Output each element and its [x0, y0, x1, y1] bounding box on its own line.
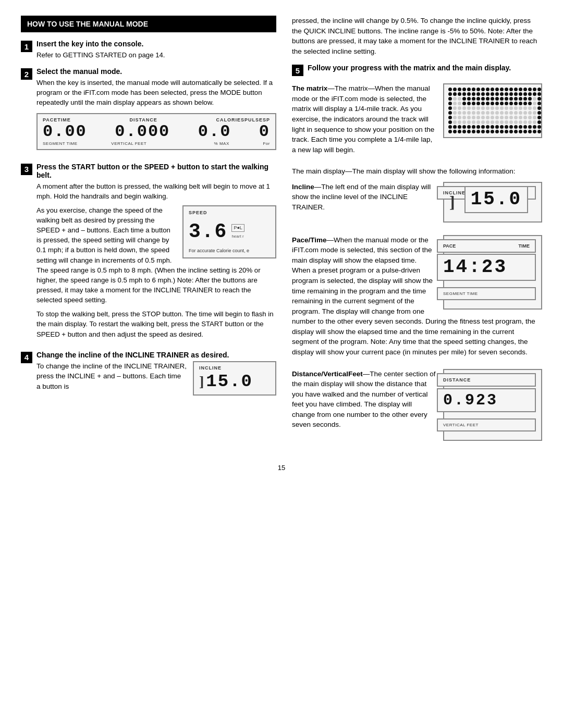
matrix-dot	[491, 125, 494, 129]
matrix-dot	[509, 106, 513, 110]
matrix-dot	[476, 111, 480, 115]
step-4-body: INCLINE ] 15.0 To change the incline of …	[36, 361, 276, 400]
matrix-dot	[500, 106, 504, 110]
matrix-dot	[537, 88, 541, 91]
matrix-dot	[462, 116, 466, 119]
matrix-dot	[533, 116, 536, 119]
matrix-dot	[486, 92, 489, 96]
matrix-dot	[505, 92, 508, 96]
matrix-dot	[505, 111, 508, 115]
matrix-dot	[467, 116, 471, 119]
matrix-dot	[481, 106, 485, 110]
section-header: HOW TO USE THE MANUAL MODE	[21, 16, 276, 32]
distance-section-title: Distance/Vertical	[292, 370, 348, 378]
matrix-dot	[486, 88, 489, 91]
matrix-dot	[476, 92, 480, 96]
matrix-dot	[486, 97, 489, 101]
matrix-dot	[509, 116, 513, 119]
incline-display-left: INCLINE ] 15.0	[193, 361, 276, 396]
matrix-dot	[448, 106, 452, 110]
time-label: TIME	[519, 243, 530, 249]
matrix-dot	[472, 92, 475, 96]
matrix-dot	[519, 102, 522, 105]
matrix-dot	[467, 102, 471, 105]
matrix-dot	[462, 111, 466, 115]
matrix-dot	[481, 88, 485, 91]
matrix-dot	[537, 120, 541, 124]
step-2: 2 Select the manual mode. When the key i…	[21, 67, 276, 155]
matrix-dot	[486, 106, 489, 110]
matrix-dot	[472, 97, 475, 101]
matrix-dot	[523, 88, 527, 91]
vertical-feet-label: VERTICAL FEET	[437, 418, 536, 431]
step-5: 5 Follow your progress with the matrix a…	[292, 64, 542, 76]
matrix-title: The matrix	[292, 84, 327, 92]
matrix-dot	[453, 97, 457, 101]
matrix-dot	[458, 116, 461, 119]
matrix-dot	[462, 125, 466, 129]
matrix-dot	[523, 92, 527, 96]
matrix-dot	[462, 130, 466, 133]
matrix-dot	[476, 88, 480, 91]
matrix-dot	[453, 120, 457, 124]
matrix-dot	[458, 106, 461, 110]
matrix-dot	[448, 111, 452, 115]
matrix-dot	[458, 97, 461, 101]
step-2-body: When the key is inserted, the manual mod…	[36, 78, 276, 107]
matrix-dot	[495, 111, 499, 115]
step-3-content: Press the START button or the SPEED + bu…	[36, 163, 276, 343]
matrix-dot	[476, 125, 480, 129]
pace-section: PACE TIME 14:23 SEGMENT TIME Pace/Time—W…	[292, 235, 542, 362]
step-3-title: Press the START button or the SPEED + bu…	[36, 163, 276, 179]
matrix-dot	[505, 116, 508, 119]
matrix-dot	[533, 125, 536, 129]
matrix-dot	[481, 130, 485, 133]
matrix-dot	[509, 111, 513, 115]
matrix-dot	[472, 116, 475, 119]
matrix-dot	[453, 111, 457, 115]
matrix-dot	[533, 120, 536, 124]
matrix-dot	[500, 125, 504, 129]
matrix-dot	[537, 102, 541, 105]
matrix-dot	[505, 102, 508, 105]
matrix-dot	[514, 125, 518, 129]
matrix-dot	[514, 106, 518, 110]
matrix-dot	[453, 116, 457, 119]
distance-value: 0.923	[437, 388, 536, 412]
incline-bracket-left: ]	[199, 373, 204, 390]
step-2-title: Select the manual mode.	[36, 67, 276, 76]
speed-label: SPEED	[189, 209, 270, 216]
matrix-dot	[491, 92, 494, 96]
matrix-dot	[453, 106, 457, 110]
matrix-dot	[472, 120, 475, 124]
matrix-dot	[514, 88, 518, 91]
matrix-dot	[458, 125, 461, 129]
matrix-dot	[514, 116, 518, 119]
matrix-dot	[519, 125, 522, 129]
matrix-dot	[500, 97, 504, 101]
matrix-dot	[486, 102, 489, 105]
matrix-dot	[486, 120, 489, 124]
matrix-dot	[448, 88, 452, 91]
matrix-dot	[467, 120, 471, 124]
matrix-dot	[458, 88, 461, 91]
lcd-calories: 0	[259, 124, 270, 140]
step-1: 1 Insert the key into the console. Refer…	[21, 40, 276, 60]
matrix-dot	[523, 125, 527, 129]
matrix-dot	[528, 88, 532, 91]
step-4-number: 4	[21, 352, 32, 363]
matrix-dot	[448, 102, 452, 105]
matrix-dot	[472, 111, 475, 115]
matrix-dot	[476, 120, 480, 124]
step-1-number: 1	[21, 41, 32, 52]
matrix-dot	[495, 88, 499, 91]
right-column: pressed, the incline will change by 0.5%…	[292, 16, 542, 453]
matrix-dot	[495, 97, 499, 101]
matrix-body: The matrix—When the manual mode or the i…	[292, 84, 434, 153]
step-4-content: Change the incline of the INCLINE TRAINE…	[36, 351, 276, 400]
matrix-dot	[453, 102, 457, 105]
step-4-title: Change the incline of the INCLINE TRAINE…	[36, 351, 276, 359]
step-2-content: Select the manual mode. When the key is …	[36, 67, 276, 155]
matrix-dot	[505, 130, 508, 133]
matrix-dot	[523, 130, 527, 133]
